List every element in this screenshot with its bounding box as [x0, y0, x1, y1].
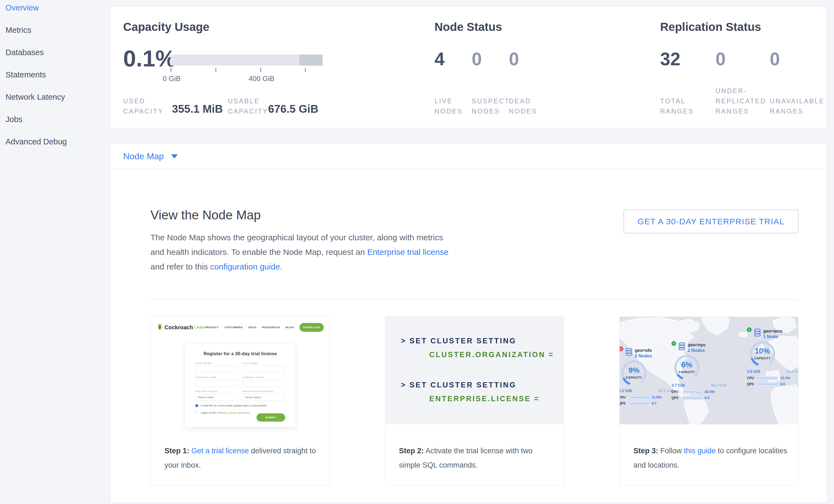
screenshot-checkbox-row: I agree to the Software License Agreemen…: [195, 411, 251, 414]
cockroach-logo-icon: [157, 323, 163, 331]
qps-label: QPS: [672, 396, 681, 400]
used-capacity-label: USED CAPACITY: [123, 96, 160, 116]
screenshot-download-button: DOWNLOAD: [300, 323, 324, 332]
capacity-used: 3.2 GiB: [619, 389, 632, 393]
view-mode-dropdown[interactable]: Node Map: [123, 144, 178, 169]
sql-commands-panel: > SET CLUSTER SETTING CLUSTER.ORGANIZATI…: [385, 317, 564, 424]
step3-label: Step 3:: [633, 447, 658, 455]
view-mode-selected-label: Node Map: [123, 151, 164, 161]
enterprise-trial-license-link[interactable]: Enterprise trial license: [367, 247, 448, 257]
capacity-label: CAPACITY: [749, 356, 776, 360]
capacity-percent: 9%: [620, 366, 648, 375]
cpu-sparkline: [759, 376, 778, 380]
axis-tick: [216, 68, 216, 72]
sidebar-item-jobs[interactable]: Jobs: [5, 115, 110, 137]
chevron-down-icon: [171, 154, 178, 158]
locality-node-count: 1 Node: [763, 334, 783, 339]
screenshot-sla-link: Software License Agreement.: [217, 411, 251, 414]
screenshot-checkbox-row: I would like to receive email updates ab…: [195, 404, 267, 407]
database-icon: [678, 342, 686, 351]
screenshot-field-label: REASON FOR INTEREST: [242, 390, 285, 393]
node-map-enablement-section: View the Node Map The Node Map shows the…: [110, 169, 827, 503]
step2-caption: Step 2: Activate the trial license with …: [385, 424, 564, 472]
configuration-guide-link[interactable]: configuration guide: [210, 262, 280, 271]
section-divider: [150, 299, 798, 300]
step2-label: Step 2:: [399, 447, 424, 455]
checkbox-checked-icon: [195, 404, 198, 407]
sql-line: ENTERPRISE.LICENSE =: [429, 395, 540, 403]
sql-line: CLUSTER.ORGANIZATION =: [429, 351, 554, 359]
sidebar-item-advanced-debug[interactable]: Advanced Debug: [5, 137, 110, 159]
cpu-sparkline: [683, 390, 702, 394]
capacity-gauge: 9% CAPACITY: [620, 359, 648, 387]
screenshot-input: [195, 380, 238, 387]
axis-tick: [305, 68, 306, 72]
screenshot-site-header: Cockroach LABS PRODUCT CUSTOMERS DOCS RE…: [153, 320, 328, 334]
view-selector-row: Node Map: [110, 144, 827, 169]
capacity-usage-bar: [171, 54, 323, 66]
qps-label: QPS: [747, 382, 756, 386]
capacity-used: 3.7 GiB: [672, 383, 685, 388]
step2-card: > SET CLUSTER SETTING CLUSTER.ORGANIZATI…: [385, 316, 564, 486]
axis-tick: [171, 68, 171, 72]
qps-value: 0.0: [704, 396, 709, 400]
capacity-usage-title: Capacity Usage: [123, 20, 210, 34]
sidebar-item-statements[interactable]: Statements: [5, 70, 110, 93]
cpu-value: 42.5%: [704, 390, 715, 394]
qps-sparkline: [630, 401, 650, 406]
capacity-total: 34.4 GiB: [787, 369, 798, 374]
usable-capacity-label: USABLE CAPACITY: [228, 96, 268, 116]
axis-tick-label: 0 GiB: [162, 74, 180, 83]
sql-line: > SET CLUSTER SETTING: [401, 337, 516, 345]
capacity-used-percent: 0.1%: [123, 45, 176, 72]
screenshot-input: [195, 366, 238, 373]
this-guide-link[interactable]: this guide: [684, 447, 716, 455]
capacity-gauge: 6% CAPACITY: [673, 354, 701, 381]
live-nodes-value: 4: [435, 48, 445, 69]
screenshot-field-label: FIRST NAME: [195, 362, 238, 365]
node-map-preview-image: 1 geo=sfo 2 Nodes: [620, 317, 798, 424]
screenshot-nav-item: RESOURCES: [262, 326, 280, 329]
cpu-value: 11.0%: [652, 395, 661, 399]
capacity-label: CAPACITY: [673, 370, 701, 374]
cpu-sparkline: [630, 395, 650, 399]
screenshot-input: [242, 380, 285, 387]
sql-line: > SET CLUSTER SETTING: [401, 381, 516, 389]
unavailable-ranges-label: UNAVAILABLE RANGES: [770, 96, 824, 116]
axis-tick-label: 400 GiB: [248, 74, 275, 83]
step1-label: Step 1:: [164, 447, 189, 455]
get-trial-license-link[interactable]: Get a trial license: [192, 447, 249, 455]
total-ranges-value: 32: [660, 48, 680, 69]
sidebar-item-network-latency[interactable]: Network Latency: [5, 93, 110, 115]
qps-label: QPS: [619, 401, 628, 406]
screenshot-submit-button: SUBMIT: [257, 413, 285, 422]
locality-name: geo=sfo: [635, 348, 652, 353]
under-replicated-ranges-label: UNDER-REPLICATED RANGES: [716, 86, 769, 116]
sidebar-item-overview[interactable]: Overview: [5, 3, 110, 26]
suspect-nodes-label: SUSPECT NODES: [472, 96, 506, 116]
cpu-label: CPU: [672, 390, 681, 394]
get-enterprise-trial-button[interactable]: GET A 30-DAY ENTERPRISE TRIAL: [623, 210, 798, 234]
status-ok-icon: ✓: [747, 327, 752, 332]
dead-nodes-value: 0: [509, 48, 519, 69]
screenshot-field-label: COMPANY NAME: [195, 376, 238, 379]
sidebar-item-databases[interactable]: Databases: [5, 48, 110, 70]
locality-node-count: 2 Nodes: [688, 348, 706, 353]
database-icon: [753, 328, 761, 337]
screenshot-brand-suffix: LABS: [194, 326, 205, 329]
screenshot-select: Please Select: [242, 394, 285, 401]
caption-text: [189, 447, 192, 455]
step1-caption: Step 1: Get a trial license delivered st…: [151, 424, 330, 472]
locality-name: geo=ams: [763, 328, 783, 334]
step3-card: 1 geo=sfo 2 Nodes: [619, 316, 798, 486]
locality-name: geo=nyc: [688, 342, 706, 348]
capacity-percent: 10%: [749, 347, 776, 355]
capacity-used: 3.6 GiB: [747, 369, 760, 374]
screenshot-field-label: LAST NAME: [242, 362, 285, 365]
capacity-total: 65.7 GiB: [711, 383, 727, 388]
registration-screenshot: Cockroach LABS PRODUCT CUSTOMERS DOCS RE…: [151, 317, 330, 424]
under-replicated-ranges-value: 0: [716, 48, 726, 69]
screenshot-form-title: Register for a 30-day trial license: [185, 351, 295, 356]
sidebar-item-metrics[interactable]: Metrics: [5, 26, 110, 48]
locality-node-count: 2 Nodes: [635, 353, 652, 359]
